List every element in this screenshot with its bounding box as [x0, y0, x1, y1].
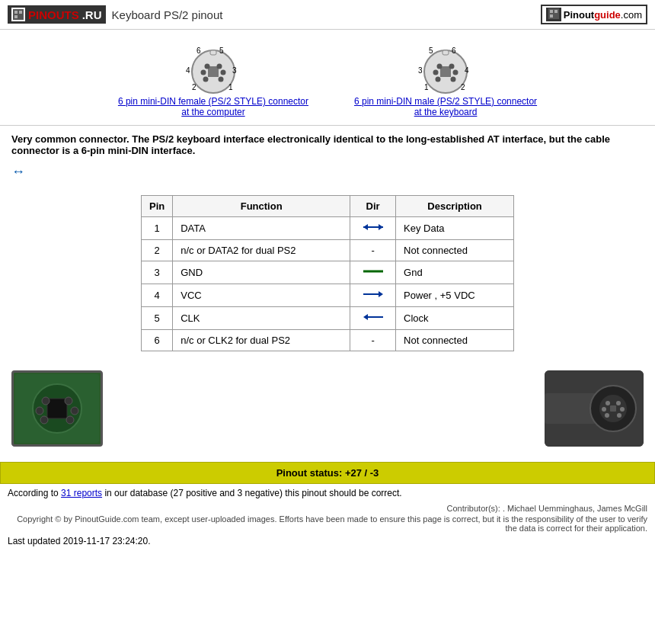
copyright-text: Copyright © by PinoutGuide.com team, exc…: [17, 514, 647, 533]
status-description: According to 31 reports in our database …: [0, 484, 655, 502]
svg-point-38: [65, 397, 72, 405]
svg-rect-5: [550, 10, 553, 13]
cell-dir: [350, 307, 396, 330]
svg-point-40: [71, 407, 78, 415]
svg-point-14: [203, 77, 208, 82]
reports-link[interactable]: 31 reports: [61, 488, 102, 498]
cell-description: Clock: [396, 307, 514, 330]
col-dir: Dir: [350, 196, 396, 217]
copyright-line: Copyright © by PinoutGuide.com team, exc…: [0, 514, 655, 533]
table-section: Pin Function Dir Description 1DATAKey Da…: [0, 187, 655, 359]
pinout-guide-logo[interactable]: Pinoutguide.com: [541, 5, 647, 24]
pg-box-icon: [546, 8, 561, 21]
table-row: 6n/c or CLK2 for dual PS2-Not connected: [142, 330, 514, 351]
cell-pin: 1: [142, 217, 173, 240]
pin2-label-m: 2: [461, 83, 465, 91]
svg-rect-6: [554, 10, 558, 13]
cell-pin: 6: [142, 330, 173, 351]
cell-pin: 3: [142, 261, 173, 284]
svg-point-39: [36, 407, 43, 415]
svg-point-41: [40, 416, 48, 424]
reports-text: in our database (27 positive and 3 negat…: [102, 488, 402, 498]
svg-point-23: [436, 77, 441, 82]
pin6-label-f: 6: [196, 46, 201, 55]
cell-description: Not connected: [396, 240, 514, 261]
cell-function: n/c or CLK2 for dual PS2: [173, 330, 350, 351]
status-section: Pinout status: +27 / -3 According to 31 …: [0, 462, 655, 549]
svg-point-51: [605, 413, 609, 418]
svg-point-42: [66, 416, 74, 424]
cell-pin: 5: [142, 307, 173, 330]
male-connector-link[interactable]: 6 pin mini-DIN male (PS/2 STYLE) connect…: [354, 96, 537, 117]
svg-point-20: [449, 64, 455, 69]
svg-rect-25: [443, 50, 449, 55]
pinout-label: Pinout: [564, 9, 594, 21]
female-connector-diagram: 6 5 4 3 2 1: [183, 45, 244, 95]
logo-text: PINOUTS: [28, 8, 79, 21]
pin3-label-f: 3: [232, 66, 237, 75]
table-row: 4VCCPower , +5 VDC: [142, 284, 514, 307]
svg-point-13: [220, 70, 225, 75]
dotcom-label: .com: [621, 9, 642, 21]
female-connector-link[interactable]: 6 pin mini-DIN female (PS/2 STYLE) conne…: [118, 96, 308, 117]
contributor-text: Contributor(s): . Michael Uemminghaus, J…: [447, 504, 647, 513]
pin1-label-m: 1: [424, 83, 429, 91]
svg-point-24: [451, 77, 456, 82]
cell-dir: [350, 217, 396, 240]
svg-rect-36: [47, 399, 67, 418]
svg-point-11: [216, 64, 222, 69]
svg-rect-2: [19, 11, 22, 14]
male-connector-photo: [545, 370, 644, 447]
male-connector-diagram: 5 6 3 4 1 2: [415, 45, 476, 95]
svg-rect-7: [550, 14, 553, 18]
female-connector-item: 6 5 4 3 2 1 6 pin mini-DIN female (PS/2 …: [118, 45, 308, 117]
table-row: 5CLKClock: [142, 307, 514, 330]
cell-pin: 4: [142, 284, 173, 307]
svg-marker-33: [363, 314, 368, 320]
cell-pin: 2: [142, 240, 173, 261]
header-right: Pinoutguide.com: [541, 5, 647, 24]
svg-point-12: [200, 70, 206, 75]
pin1-label-f: 1: [228, 83, 233, 91]
svg-point-52: [617, 413, 621, 418]
table-row: 1DATAKey Data: [142, 217, 514, 240]
last-updated-text: Last updated 2019-11-17 23:24:20.: [8, 536, 151, 546]
last-updated: Last updated 2019-11-17 23:24:20.: [0, 533, 655, 549]
cell-description: Power , +5 VDC: [396, 284, 514, 307]
pinout-table: Pin Function Dir Description 1DATAKey Da…: [141, 195, 514, 351]
status-text: Pinout status: +27 / -3: [276, 467, 379, 479]
col-function: Function: [173, 196, 350, 217]
table-header-row: Pin Function Dir Description: [142, 196, 514, 217]
svg-rect-9: [208, 66, 219, 77]
female-photo-svg: [15, 374, 99, 443]
images-section: [0, 359, 655, 458]
pin4-label-f: 4: [186, 66, 190, 75]
pin4-label-m: 4: [465, 66, 469, 75]
cell-dir: -: [350, 330, 396, 351]
pin5-label-m: 5: [429, 46, 433, 55]
cell-function: n/c or DATA2 for dual PS2: [173, 240, 350, 261]
cell-description: Key Data: [396, 217, 514, 240]
svg-rect-1: [14, 11, 18, 14]
svg-point-19: [437, 64, 443, 69]
description-text: Very common connector. The PS/2 keyboard…: [11, 133, 644, 156]
svg-point-47: [605, 401, 610, 405]
site-logo[interactable]: PINOUTS.RU: [8, 5, 106, 24]
svg-marker-27: [363, 224, 368, 230]
svg-point-22: [453, 70, 458, 75]
status-bar: Pinout status: +27 / -3: [0, 462, 655, 484]
male-connector-item: 5 6 3 4 1 2 6 pin mini-DIN male (PS/2 ST…: [354, 45, 537, 117]
page-title: Keyboard PS/2 pinout: [112, 8, 223, 21]
table-row: 2n/c or DATA2 for dual PS2-Not connected: [142, 240, 514, 261]
header-left: PINOUTS.RU Keyboard PS/2 pinout: [8, 5, 222, 24]
cell-description: Not connected: [396, 330, 514, 351]
pin3-label-m: 3: [418, 66, 423, 75]
svg-marker-28: [379, 224, 383, 230]
table-row: 3GNDGnd: [142, 261, 514, 284]
svg-point-49: [602, 407, 606, 412]
cell-dir: [350, 284, 396, 307]
page-header: PINOUTS.RU Keyboard PS/2 pinout Pinoutgu…: [0, 0, 655, 30]
pin5-label-f: 5: [219, 46, 224, 55]
description-section: Very common connector. The PS/2 keyboard…: [0, 125, 655, 187]
cell-function: DATA: [173, 217, 350, 240]
